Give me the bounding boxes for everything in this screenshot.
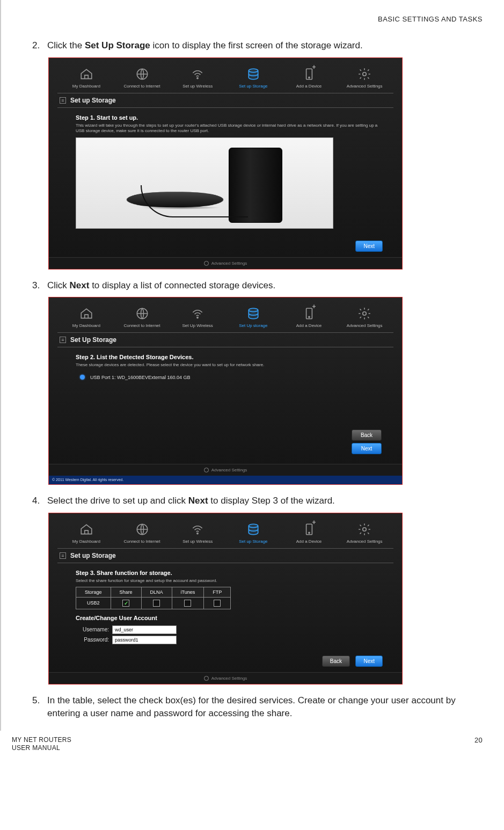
nav-advanced[interactable]: Advanced Settings xyxy=(337,306,392,328)
checkbox-ftp[interactable] xyxy=(214,600,221,607)
col-storage: Storage xyxy=(76,587,111,597)
username-input[interactable] xyxy=(112,625,177,634)
password-input[interactable] xyxy=(112,636,177,644)
step-text-post: icon to display the first screen of the … xyxy=(150,40,363,50)
step-text-post: to display a list of connected storage d… xyxy=(89,280,275,290)
nav-add-device[interactable]: Add a Device xyxy=(281,522,337,544)
nav-label: My Dashboard xyxy=(72,323,100,328)
step-text: In the table, select the check box(es) f… xyxy=(47,694,483,720)
share-services-table: Storage Share DLNA iTunes FTP USB2 ✓ xyxy=(76,587,231,609)
list-icon: ≡ xyxy=(60,552,66,559)
checkbox-dlna[interactable] xyxy=(153,600,160,607)
col-dlna: DLNA xyxy=(141,587,172,597)
gear-icon xyxy=(204,468,209,472)
list-icon: ≡ xyxy=(60,97,66,104)
nav-dashboard[interactable]: My Dashboard xyxy=(59,522,114,544)
wizard-screenshot-step2: My Dashboard Connect to Internet Set Up … xyxy=(48,297,403,484)
table-row: USB2 ✓ xyxy=(76,597,231,609)
svg-point-7 xyxy=(197,317,198,318)
wizard-screenshot-step1: My Dashboard Connect to Internet Set up … xyxy=(48,57,403,270)
step-text-pre: Click the xyxy=(47,40,85,50)
nav-bar: My Dashboard Connect to Internet Set Up … xyxy=(53,304,398,332)
step-text-pre: Select the drive to set up and click xyxy=(47,496,188,506)
globe-icon xyxy=(133,67,151,82)
next-button[interactable]: Next xyxy=(355,241,383,252)
nav-label: Advanced Settings xyxy=(347,539,383,544)
page-number: 20 xyxy=(474,736,483,753)
panel-footer-bar[interactable]: Advanced Settings xyxy=(49,464,402,476)
nav-storage[interactable]: Set up Storage xyxy=(225,522,281,544)
copyright-bar: © 2011 Western Digital. All rights reser… xyxy=(49,476,402,484)
nav-dashboard[interactable]: My Dashboard xyxy=(59,306,114,328)
nav-storage[interactable]: Set Up storage xyxy=(225,306,281,328)
nav-advanced[interactable]: Advanced Settings xyxy=(337,67,392,89)
account-section-heading: Create/Change User Account xyxy=(76,615,381,621)
globe-icon xyxy=(133,306,151,321)
nav-wireless[interactable]: Set up Wireless xyxy=(170,522,225,544)
gear-icon xyxy=(355,522,374,537)
nav-label: Set Up Wireless xyxy=(182,323,213,328)
list-icon: ≡ xyxy=(60,337,66,343)
col-itunes: iTunes xyxy=(172,587,204,597)
nav-wireless[interactable]: Set up Wireless xyxy=(170,67,225,89)
device-icon xyxy=(300,306,318,321)
nav-dashboard[interactable]: My Dashboard xyxy=(59,67,114,89)
detected-device-row[interactable]: USB Port 1: WD_1600BEVExternal 160.04 GB xyxy=(76,372,381,423)
step-text-bold: Next xyxy=(70,280,90,290)
nav-label: Set up Storage xyxy=(239,539,267,544)
wizard-step-heading: Step 2. List the Detected Storage Device… xyxy=(76,354,381,360)
nav-advanced[interactable]: Advanced Settings xyxy=(337,522,392,544)
globe-icon xyxy=(133,522,151,537)
wizard-step-description: These storage devices are detected. Plea… xyxy=(76,362,381,368)
next-button[interactable]: Next xyxy=(352,443,382,454)
step-text-post: to display Step 3 of the wizard. xyxy=(208,496,335,506)
nav-wireless[interactable]: Set Up Wireless xyxy=(170,306,225,328)
svg-point-11 xyxy=(363,312,367,316)
cable-graphic xyxy=(141,185,248,217)
footer-title: MY NET ROUTERS xyxy=(12,736,71,745)
password-label: Password: xyxy=(76,637,109,643)
step-text-pre: Click xyxy=(47,280,70,290)
next-button[interactable]: Next xyxy=(355,656,383,667)
instruction-step-5: 5. In the table, select the check box(es… xyxy=(32,694,483,720)
username-label: Username: xyxy=(76,627,109,632)
device-icon xyxy=(300,67,318,82)
section-header: BASIC SETTINGS AND TASKS xyxy=(23,15,483,23)
nav-connect[interactable]: Connect to Internet xyxy=(114,67,170,89)
nav-label: My Dashboard xyxy=(72,539,100,544)
nav-connect[interactable]: Connect to Internet xyxy=(114,306,170,328)
panel-title-bar: ≡ Set up Storage xyxy=(57,93,393,108)
step-number: 2. xyxy=(32,39,47,52)
cell-storage-name: USB2 xyxy=(76,597,111,609)
panel-title-bar: ≡ Set Up Storage xyxy=(57,332,393,347)
nav-add-device[interactable]: Add a Device xyxy=(281,306,337,328)
panel-title: Set Up Storage xyxy=(70,336,116,344)
svg-point-13 xyxy=(197,533,198,534)
checkbox-share[interactable]: ✓ xyxy=(122,600,129,607)
nav-connect[interactable]: Connect to Internet xyxy=(114,522,170,544)
checkbox-itunes[interactable] xyxy=(184,600,191,607)
svg-point-4 xyxy=(308,77,309,78)
panel-footer-bar[interactable]: Advanced Settings xyxy=(49,672,402,684)
step-text-bold: Next xyxy=(188,496,208,506)
table-header-row: Storage Share DLNA iTunes FTP xyxy=(76,587,231,597)
nav-label: Add a Device xyxy=(296,323,322,328)
nav-label: Set up Storage xyxy=(239,84,267,89)
panel-title: Set up Storage xyxy=(70,97,116,104)
footer-subtitle: USER MANUAL xyxy=(12,744,71,753)
nav-add-device[interactable]: Add a Device xyxy=(281,67,337,89)
panel-footer-bar[interactable]: Advanced Settings xyxy=(49,257,402,269)
nav-label: Set Up storage xyxy=(239,323,267,328)
product-illustration xyxy=(76,137,333,229)
wizard-step-heading: Step 1. Start to set up. xyxy=(76,114,381,121)
home-icon xyxy=(77,522,96,537)
gear-icon xyxy=(355,306,374,321)
gear-icon xyxy=(204,261,209,266)
back-button[interactable]: Back xyxy=(322,656,350,667)
nav-storage[interactable]: Set up Storage xyxy=(225,67,281,89)
nav-label: Connect to Internet xyxy=(123,539,160,544)
home-icon xyxy=(77,67,96,82)
back-button[interactable]: Back xyxy=(352,429,382,441)
svg-point-17 xyxy=(363,527,367,531)
svg-point-1 xyxy=(197,77,198,78)
